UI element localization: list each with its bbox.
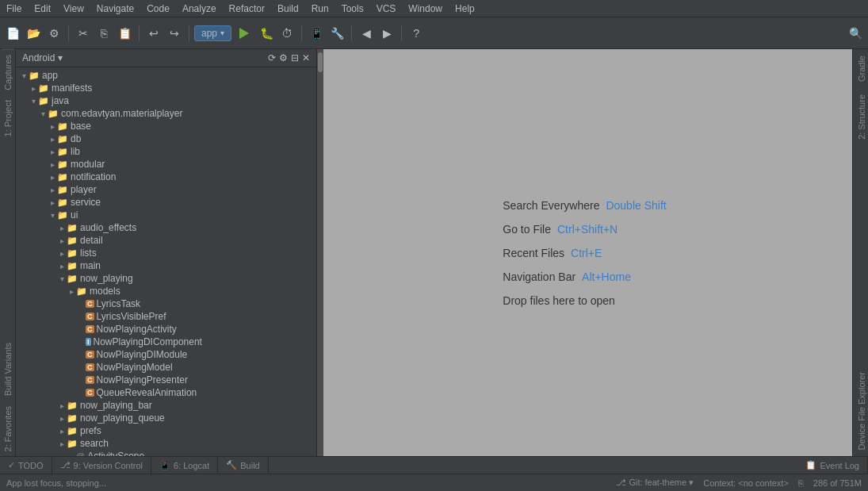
sdk-button[interactable]: 🔧	[327, 24, 346, 43]
tree-item-base[interactable]: 📁 base	[16, 120, 316, 132]
menu-file[interactable]: File	[0, 2, 28, 16]
tree-item-activity-scope[interactable]: @ ActivityScope	[16, 450, 316, 456]
logcat-tab[interactable]: 📱 6: Logcat	[151, 457, 218, 474]
menu-tools[interactable]: Tools	[335, 2, 370, 16]
hint-label-navigation-bar: Navigation Bar	[503, 270, 575, 283]
back-button[interactable]: ◀	[357, 24, 376, 43]
hint-go-to-file: Go to File Ctrl+Shift+N	[503, 223, 666, 236]
forward-button[interactable]: ▶	[377, 24, 396, 43]
settings-icon[interactable]: ⚙	[279, 52, 288, 63]
debug-button[interactable]: 🐛	[257, 24, 276, 43]
tree-item-main[interactable]: 📁 main	[16, 259, 316, 272]
tree-item-lib[interactable]: 📁 lib	[16, 145, 316, 158]
tree-item-com[interactable]: 📁 com.edavtyan.materialplayer	[16, 107, 316, 120]
tree-item-lyrics-task[interactable]: C LyricsTask	[16, 297, 316, 310]
menu-build[interactable]: Build	[271, 2, 305, 16]
copy-icon[interactable]: ⎘	[798, 478, 804, 488]
cut-button[interactable]: ✂	[74, 24, 93, 43]
folder-icon-prefs: 📁	[67, 426, 78, 436]
captures-tab[interactable]: Captures	[2, 49, 14, 95]
menu-vcs[interactable]: VCS	[370, 2, 403, 16]
new-file-button[interactable]: 📄	[3, 24, 22, 43]
menu-analyze[interactable]: Analyze	[176, 2, 223, 16]
search-everywhere-toolbar-button[interactable]: 🔍	[846, 24, 865, 43]
tree-item-service[interactable]: 📁 service	[16, 196, 316, 209]
tree-item-audio-effects[interactable]: 📁 audio_effects	[16, 221, 316, 234]
folder-icon-db: 📁	[57, 134, 68, 144]
tree-item-lyrics-visible-pref[interactable]: C LyricsVisiblePref	[16, 310, 316, 323]
tree-item-manifests[interactable]: 📁 manifests	[16, 82, 316, 94]
undo-button[interactable]: ↩	[144, 24, 163, 43]
menu-refactor[interactable]: Refactor	[223, 2, 271, 16]
folder-icon-now-playing-bar: 📁	[67, 401, 78, 411]
menu-navigate[interactable]: Navigate	[90, 2, 140, 16]
run-config-selector[interactable]: app ▾	[194, 25, 231, 41]
build-tab[interactable]: 🔨 Build	[218, 457, 268, 474]
menu-run[interactable]: Run	[305, 2, 335, 16]
menu-help[interactable]: Help	[449, 2, 481, 16]
git-status[interactable]: ⎇ Git: feat-theme ▾	[616, 478, 694, 488]
tree-arrow-db	[48, 135, 57, 144]
tree-item-now-playing[interactable]: 📁 now_playing	[16, 272, 316, 285]
collapse-icon[interactable]: ⊟	[291, 52, 299, 63]
tree-arrow-now-playing	[57, 274, 67, 283]
tree-item-app[interactable]: 📁 app	[16, 69, 316, 82]
tree-item-detail[interactable]: 📁 detail	[16, 234, 316, 247]
project-dropdown[interactable]: Android ▾	[22, 52, 63, 63]
tree-item-now-playing-model[interactable]: C NowPlayingModel	[16, 361, 316, 374]
structure-tab[interactable]: 2: Structure	[853, 88, 868, 146]
settings-button[interactable]: ⚙	[44, 24, 63, 43]
close-icon[interactable]: ✕	[302, 52, 310, 63]
menu-view[interactable]: View	[57, 2, 90, 16]
run-button[interactable]	[233, 24, 255, 43]
open-button[interactable]: 📂	[24, 24, 43, 43]
menu-code[interactable]: Code	[140, 2, 176, 16]
project-scrollbar[interactable]	[317, 49, 323, 456]
tree-label-models: models	[90, 286, 120, 297]
copy-button[interactable]: ⎘	[94, 24, 113, 43]
tree-item-ui[interactable]: 📁 ui	[16, 209, 316, 221]
paste-button[interactable]: 📋	[115, 24, 134, 43]
avd-button[interactable]: 📱	[307, 24, 326, 43]
tree-item-now-playing-queue[interactable]: 📁 now_playing_queue	[16, 412, 316, 424]
hint-key-navigation-bar: Alt+Home	[582, 270, 631, 283]
redo-button[interactable]: ↪	[165, 24, 184, 43]
tree-item-notification[interactable]: 📁 notification	[16, 171, 316, 183]
tree-arrow-main	[57, 262, 67, 270]
menu-edit[interactable]: Edit	[28, 2, 57, 16]
tree-item-now-playing-di-component[interactable]: I NowPlayingDIComponent	[16, 336, 316, 348]
tree-arrow-modular	[48, 160, 57, 169]
tree-item-now-playing-di-module[interactable]: C NowPlayingDIModule	[16, 348, 316, 361]
build-variants-tab[interactable]: Build Variants	[2, 338, 14, 401]
menu-window[interactable]: Window	[402, 2, 449, 16]
device-file-explorer-tab[interactable]: Device File Explorer	[853, 366, 868, 456]
help-button[interactable]: ?	[407, 24, 426, 43]
folder-icon-manifests: 📁	[38, 83, 49, 94]
tree-item-db[interactable]: 📁 db	[16, 132, 316, 145]
tree-item-now-playing-bar[interactable]: 📁 now_playing_bar	[16, 399, 316, 412]
tree-label-modular: modular	[71, 159, 105, 170]
tree-item-now-playing-activity[interactable]: C NowPlayingActivity	[16, 323, 316, 336]
sync-icon[interactable]: ⟳	[268, 52, 276, 63]
profile-button[interactable]: ⏱	[277, 24, 296, 43]
tree-arrow-ui	[48, 211, 57, 220]
favorites-tab[interactable]: 2: Favorites	[2, 401, 14, 456]
tree-item-lists[interactable]: 📁 lists	[16, 247, 316, 259]
tree-label-now-playing-model: NowPlayingModel	[97, 362, 173, 373]
version-control-tab[interactable]: ⎇ 9: Version Control	[52, 457, 151, 474]
logcat-tab-label: 6: Logcat	[174, 461, 209, 470]
tree-item-player[interactable]: 📁 player	[16, 183, 316, 196]
tree-item-models[interactable]: 📁 models	[16, 285, 316, 297]
tree-item-queue-reveal-animation[interactable]: C QueueRevealAnimation	[16, 386, 316, 399]
tree-item-now-playing-presenter[interactable]: C NowPlayingPresenter	[16, 374, 316, 386]
folder-icon-audio-effects: 📁	[67, 223, 78, 233]
tree-item-java[interactable]: 📁 java	[16, 94, 316, 107]
project-tab[interactable]: 1: Project	[2, 95, 14, 141]
tree-item-search[interactable]: 📁 search	[16, 437, 316, 450]
gradle-tab[interactable]: Gradle	[853, 49, 868, 88]
event-log-tab[interactable]: 📋 Event Log	[797, 457, 868, 474]
tree-item-modular[interactable]: 📁 modular	[16, 158, 316, 171]
toolbar-separator-2	[139, 25, 140, 41]
tree-item-prefs[interactable]: 📁 prefs	[16, 424, 316, 437]
todo-tab[interactable]: ✓ TODO	[0, 457, 52, 474]
